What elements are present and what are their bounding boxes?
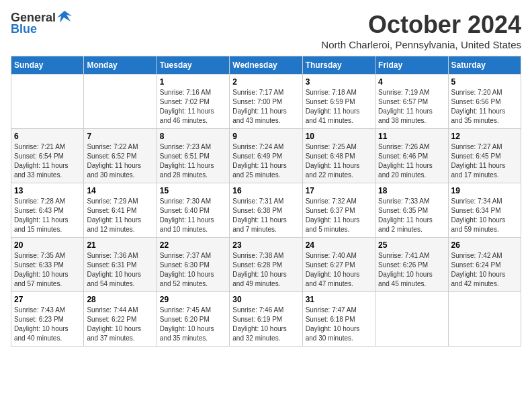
calendar-cell: 10Sunrise: 7:25 AMSunset: 6:48 PMDayligh… xyxy=(302,129,375,183)
logo: General Blue xyxy=(11,11,72,36)
day-info: Sunrise: 7:36 AMSunset: 6:31 PMDaylight:… xyxy=(87,251,153,289)
day-number: 7 xyxy=(87,132,153,141)
day-info: Sunrise: 7:19 AMSunset: 6:57 PMDaylight:… xyxy=(378,88,445,126)
calendar-cell: 21Sunrise: 7:36 AMSunset: 6:31 PMDayligh… xyxy=(84,238,157,292)
day-number: 20 xyxy=(14,240,81,250)
day-info: Sunrise: 7:17 AMSunset: 7:00 PMDaylight:… xyxy=(232,88,299,126)
calendar-cell: 15Sunrise: 7:30 AMSunset: 6:40 PMDayligh… xyxy=(157,183,229,238)
day-info: Sunrise: 7:20 AMSunset: 6:56 PMDaylight:… xyxy=(451,88,518,126)
calendar-cell xyxy=(448,292,521,347)
calendar-cell: 4Sunrise: 7:19 AMSunset: 6:57 PMDaylight… xyxy=(375,75,448,129)
calendar-cell: 24Sunrise: 7:40 AMSunset: 6:27 PMDayligh… xyxy=(302,238,375,292)
day-info: Sunrise: 7:47 AMSunset: 6:18 PMDaylight:… xyxy=(306,306,372,343)
calendar-cell: 11Sunrise: 7:26 AMSunset: 6:46 PMDayligh… xyxy=(375,129,448,183)
week-row-5: 27Sunrise: 7:43 AMSunset: 6:23 PMDayligh… xyxy=(11,292,521,347)
day-number: 8 xyxy=(160,132,226,141)
day-number: 9 xyxy=(232,132,299,141)
day-number: 19 xyxy=(451,186,518,195)
day-info: Sunrise: 7:26 AMSunset: 6:46 PMDaylight:… xyxy=(378,142,445,180)
calendar-cell: 3Sunrise: 7:18 AMSunset: 6:59 PMDaylight… xyxy=(302,75,375,129)
day-info: Sunrise: 7:18 AMSunset: 6:59 PMDaylight:… xyxy=(306,88,372,126)
header-row: SundayMondayTuesdayWednesdayThursdayFrid… xyxy=(11,56,521,75)
day-number: 28 xyxy=(87,295,153,304)
day-number: 23 xyxy=(232,240,299,250)
day-number: 3 xyxy=(306,77,372,87)
calendar-cell: 18Sunrise: 7:33 AMSunset: 6:35 PMDayligh… xyxy=(375,183,448,238)
day-number: 24 xyxy=(306,240,372,250)
calendar-cell: 8Sunrise: 7:23 AMSunset: 6:51 PMDaylight… xyxy=(157,129,229,183)
calendar-cell: 16Sunrise: 7:31 AMSunset: 6:38 PMDayligh… xyxy=(230,183,302,238)
day-number: 27 xyxy=(14,295,81,304)
calendar-cell: 26Sunrise: 7:42 AMSunset: 6:24 PMDayligh… xyxy=(448,238,521,292)
day-info: Sunrise: 7:30 AMSunset: 6:40 PMDaylight:… xyxy=(160,197,226,234)
day-number: 30 xyxy=(232,295,299,304)
day-number: 11 xyxy=(378,132,445,141)
calendar-cell xyxy=(11,75,84,129)
day-info: Sunrise: 7:29 AMSunset: 6:41 PMDaylight:… xyxy=(87,197,153,234)
week-row-3: 13Sunrise: 7:28 AMSunset: 6:43 PMDayligh… xyxy=(11,183,521,238)
calendar-cell xyxy=(375,292,448,347)
logo-blue-text: Blue xyxy=(11,22,37,36)
day-info: Sunrise: 7:43 AMSunset: 6:23 PMDaylight:… xyxy=(14,306,81,343)
calendar-cell: 31Sunrise: 7:47 AMSunset: 6:18 PMDayligh… xyxy=(302,292,375,347)
day-info: Sunrise: 7:45 AMSunset: 6:20 PMDaylight:… xyxy=(160,306,226,343)
calendar-header: SundayMondayTuesdayWednesdayThursdayFrid… xyxy=(11,56,521,75)
day-info: Sunrise: 7:37 AMSunset: 6:30 PMDaylight:… xyxy=(160,251,226,289)
month-title: October 2024 xyxy=(321,11,521,39)
day-info: Sunrise: 7:42 AMSunset: 6:24 PMDaylight:… xyxy=(451,251,518,289)
calendar-cell: 23Sunrise: 7:38 AMSunset: 6:28 PMDayligh… xyxy=(230,238,302,292)
day-info: Sunrise: 7:46 AMSunset: 6:19 PMDaylight:… xyxy=(232,306,299,343)
week-row-2: 6Sunrise: 7:21 AMSunset: 6:54 PMDaylight… xyxy=(11,129,521,183)
day-number: 2 xyxy=(232,77,299,87)
header-day-thursday: Thursday xyxy=(302,56,375,75)
day-info: Sunrise: 7:33 AMSunset: 6:35 PMDaylight:… xyxy=(378,197,445,234)
day-number: 25 xyxy=(378,240,445,250)
day-number: 18 xyxy=(378,186,445,195)
calendar-cell: 17Sunrise: 7:32 AMSunset: 6:37 PMDayligh… xyxy=(302,183,375,238)
location-title: North Charleroi, Pennsylvania, United St… xyxy=(321,39,521,50)
day-info: Sunrise: 7:16 AMSunset: 7:02 PMDaylight:… xyxy=(160,88,226,126)
day-number: 16 xyxy=(232,186,299,195)
calendar-cell xyxy=(84,75,157,129)
day-number: 5 xyxy=(451,77,518,87)
calendar-cell: 9Sunrise: 7:24 AMSunset: 6:49 PMDaylight… xyxy=(230,129,302,183)
day-info: Sunrise: 7:22 AMSunset: 6:52 PMDaylight:… xyxy=(87,142,153,180)
day-number: 14 xyxy=(87,186,153,195)
day-number: 4 xyxy=(378,77,445,87)
day-number: 17 xyxy=(306,186,372,195)
day-info: Sunrise: 7:35 AMSunset: 6:33 PMDaylight:… xyxy=(14,251,81,289)
day-number: 31 xyxy=(306,295,372,304)
day-number: 1 xyxy=(160,77,226,87)
calendar-cell: 27Sunrise: 7:43 AMSunset: 6:23 PMDayligh… xyxy=(11,292,84,347)
header-day-wednesday: Wednesday xyxy=(230,56,302,75)
week-row-1: 1Sunrise: 7:16 AMSunset: 7:02 PMDaylight… xyxy=(11,75,521,129)
calendar-cell: 30Sunrise: 7:46 AMSunset: 6:19 PMDayligh… xyxy=(230,292,302,347)
calendar-cell: 25Sunrise: 7:41 AMSunset: 6:26 PMDayligh… xyxy=(375,238,448,292)
day-info: Sunrise: 7:28 AMSunset: 6:43 PMDaylight:… xyxy=(14,197,81,234)
day-number: 6 xyxy=(14,132,81,141)
day-info: Sunrise: 7:21 AMSunset: 6:54 PMDaylight:… xyxy=(14,142,81,180)
day-number: 12 xyxy=(451,132,518,141)
calendar-table: SundayMondayTuesdayWednesdayThursdayFrid… xyxy=(11,56,521,347)
header-day-saturday: Saturday xyxy=(448,56,521,75)
day-info: Sunrise: 7:40 AMSunset: 6:27 PMDaylight:… xyxy=(306,251,372,289)
calendar-cell: 28Sunrise: 7:44 AMSunset: 6:22 PMDayligh… xyxy=(84,292,157,347)
week-row-4: 20Sunrise: 7:35 AMSunset: 6:33 PMDayligh… xyxy=(11,238,521,292)
calendar-cell: 7Sunrise: 7:22 AMSunset: 6:52 PMDaylight… xyxy=(84,129,157,183)
day-info: Sunrise: 7:24 AMSunset: 6:49 PMDaylight:… xyxy=(232,142,299,180)
calendar-cell: 6Sunrise: 7:21 AMSunset: 6:54 PMDaylight… xyxy=(11,129,84,183)
day-info: Sunrise: 7:41 AMSunset: 6:26 PMDaylight:… xyxy=(378,251,445,289)
calendar-cell: 20Sunrise: 7:35 AMSunset: 6:33 PMDayligh… xyxy=(11,238,84,292)
header-day-friday: Friday xyxy=(375,56,448,75)
calendar-cell: 29Sunrise: 7:45 AMSunset: 6:20 PMDayligh… xyxy=(157,292,229,347)
logo-bird-icon xyxy=(57,9,72,24)
page-header: General Blue October 2024 North Charlero… xyxy=(11,11,521,50)
header-day-monday: Monday xyxy=(84,56,157,75)
day-info: Sunrise: 7:27 AMSunset: 6:45 PMDaylight:… xyxy=(451,142,518,180)
day-info: Sunrise: 7:23 AMSunset: 6:51 PMDaylight:… xyxy=(160,142,226,180)
day-number: 15 xyxy=(160,186,226,195)
day-info: Sunrise: 7:44 AMSunset: 6:22 PMDaylight:… xyxy=(87,306,153,343)
day-info: Sunrise: 7:25 AMSunset: 6:48 PMDaylight:… xyxy=(306,142,372,180)
day-number: 21 xyxy=(87,240,153,250)
calendar-cell: 2Sunrise: 7:17 AMSunset: 7:00 PMDaylight… xyxy=(230,75,302,129)
